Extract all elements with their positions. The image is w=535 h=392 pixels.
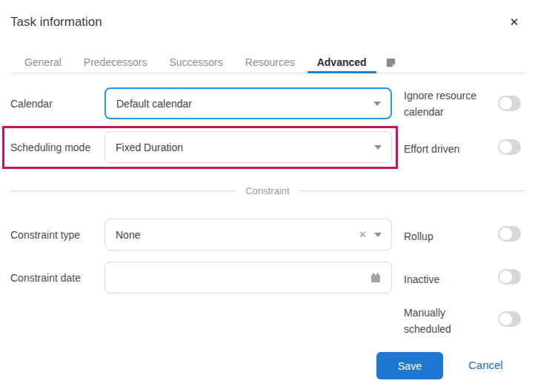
tab-advanced[interactable]: Advanced — [308, 52, 376, 73]
scheduling-mode-combo-value: Fixed Duration — [116, 142, 183, 153]
scheduling-mode-label: Scheduling mode — [10, 142, 90, 153]
tab-label: Resources — [245, 56, 295, 68]
scheduling-mode-combo[interactable]: Fixed Duration — [104, 131, 392, 163]
tab-successors[interactable]: Successors — [159, 52, 232, 73]
constraint-type-label: Constraint type — [10, 229, 80, 241]
toggle-manually-scheduled[interactable] — [498, 311, 521, 327]
constraint-section-label: Constraint — [245, 185, 289, 196]
sticky-note-icon — [385, 57, 396, 68]
tab-label: Advanced — [317, 56, 367, 68]
close-button[interactable]: ✕ — [507, 15, 522, 30]
chevron-down-icon[interactable] — [374, 233, 382, 237]
close-icon: ✕ — [510, 16, 519, 29]
tab-bar: General Predecessors Successors Resource… — [10, 52, 525, 73]
constraint-type-combo[interactable]: None ✕ — [104, 219, 392, 250]
tab-general[interactable]: General — [15, 52, 71, 73]
rollup-label: Rollup — [404, 228, 491, 245]
tab-resources[interactable]: Resources — [236, 52, 305, 73]
toggle-rollup[interactable] — [498, 226, 521, 242]
cancel-button[interactable]: Cancel — [468, 359, 503, 373]
calendar-combo-value: Default calendar — [116, 98, 192, 110]
chevron-down-icon[interactable] — [374, 145, 382, 150]
tab-label: Predecessors — [84, 56, 147, 68]
constraint-section-divider: Constraint — [10, 185, 525, 196]
divider-line — [10, 190, 236, 191]
effort-driven-label: Effort driven — [404, 141, 491, 157]
inactive-label: Inactive — [404, 271, 491, 288]
task-information-dialog: Task information ✕ General Predecessors … — [0, 0, 535, 392]
tab-predecessors[interactable]: Predecessors — [74, 52, 157, 73]
save-button[interactable]: Save — [376, 352, 443, 379]
toggle-ignore-resource-calendar[interactable] — [498, 96, 521, 111]
tab-label: Successors — [169, 56, 222, 68]
tab-notes[interactable] — [379, 52, 402, 73]
toggle-effort-driven[interactable] — [498, 139, 521, 155]
calendar-combo[interactable]: Default calendar — [104, 87, 392, 119]
manually-scheduled-label: Manually scheduled — [404, 305, 491, 337]
constraint-date-label: Constraint date — [10, 272, 81, 284]
clear-icon[interactable]: ✕ — [359, 229, 374, 240]
chevron-down-icon[interactable] — [373, 102, 381, 106]
ignore-resource-calendar-label: Ignore resource calendar — [404, 87, 491, 120]
toggle-inactive[interactable] — [498, 269, 521, 285]
tab-label: General — [24, 56, 62, 68]
constraint-type-combo-value: None — [116, 229, 140, 241]
dialog-title: Task information — [10, 15, 102, 30]
calendar-icon[interactable] — [370, 272, 382, 284]
calendar-label: Calendar — [10, 98, 53, 110]
divider-line — [299, 190, 525, 191]
constraint-date-input[interactable] — [104, 262, 392, 293]
